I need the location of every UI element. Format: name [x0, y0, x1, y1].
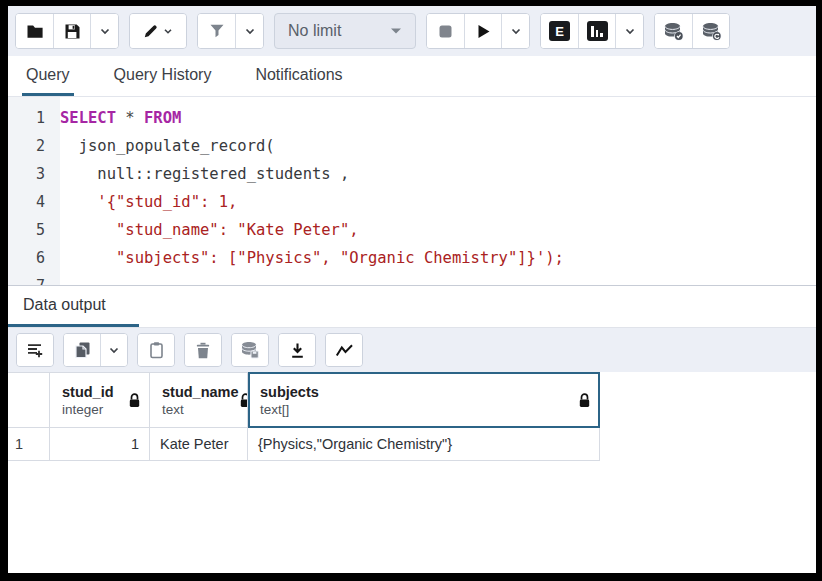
tab-notifications-label: Notifications — [255, 66, 342, 84]
add-row-group — [16, 333, 54, 367]
column-name: stud_id — [62, 384, 114, 400]
code-line-7: 7 — [8, 272, 816, 285]
output-toolbar — [8, 327, 816, 372]
table-row: 1 1 Kate Peter {Physics,"Organic Chemist… — [8, 428, 816, 461]
explain-icon: E — [549, 21, 570, 41]
chevron-down-icon — [98, 24, 112, 38]
edit-dropdown-button[interactable] — [130, 14, 186, 48]
pencil-icon — [142, 23, 159, 40]
copy-dropdown-button[interactable] — [100, 334, 127, 366]
column-name: subjects — [260, 384, 319, 400]
tab-query-history[interactable]: Query History — [110, 56, 216, 96]
column-header-subjects[interactable]: subjects text[] — [248, 372, 600, 428]
save-icon — [64, 23, 81, 40]
header-filler — [600, 372, 816, 428]
execute-dropdown-button[interactable] — [501, 14, 529, 48]
tab-query-label: Query — [26, 66, 70, 84]
lock-icon — [239, 393, 248, 408]
line-number: 5 — [8, 216, 60, 244]
copy-icon — [74, 341, 91, 359]
code-line-6: 6 "subjects": ["Physics", "Organic Chemi… — [8, 244, 816, 272]
download-results-button[interactable] — [279, 334, 315, 366]
empty-area — [8, 461, 816, 573]
paste-group — [137, 333, 175, 367]
explain-analyze-button[interactable] — [578, 14, 615, 48]
save-button[interactable] — [53, 14, 90, 48]
execute-button[interactable] — [464, 14, 501, 48]
folder-icon — [26, 23, 44, 40]
filter-icon — [209, 23, 225, 39]
open-file-button[interactable] — [16, 14, 53, 48]
cell-stud-id[interactable]: 1 — [50, 428, 150, 461]
row-number-cell[interactable]: 1 — [8, 428, 50, 461]
column-header-stud-id[interactable]: stud_id integer — [50, 372, 150, 428]
query-tool-tabs: Query Query History Notifications — [8, 56, 816, 97]
filter-button[interactable] — [198, 14, 235, 48]
graph-visualiser-button[interactable] — [326, 334, 362, 366]
stop-icon — [437, 23, 454, 40]
download-icon — [289, 342, 306, 359]
copy-button[interactable] — [64, 334, 100, 366]
download-group — [278, 333, 316, 367]
column-header-stud-name[interactable]: stud_name text — [150, 372, 248, 428]
line-number: 3 — [8, 160, 60, 188]
copy-group — [63, 333, 128, 367]
add-row-button[interactable] — [17, 334, 53, 366]
column-type: text[] — [260, 402, 319, 417]
save-data-group — [231, 333, 269, 367]
edit-button-group — [129, 13, 187, 49]
chevron-down-icon — [107, 343, 121, 357]
delete-row-button[interactable] — [185, 334, 221, 366]
dropdown-caret-icon — [390, 27, 402, 35]
code-line-5: 5 "stud_name": "Kate Peter", — [8, 216, 816, 244]
save-dropdown-button[interactable] — [90, 14, 118, 48]
main-toolbar: No limit E — [8, 6, 816, 56]
chevron-down-icon — [243, 24, 257, 38]
rollback-icon — [701, 22, 722, 41]
results-header-row: stud_id integer stud_name text — [8, 372, 816, 428]
row-filler — [600, 428, 816, 461]
execute-button-group — [426, 13, 530, 49]
output-panel-tabs: Data output — [8, 285, 816, 327]
paste-button[interactable] — [138, 334, 174, 366]
code-line-3: 3 null::registered_students , — [8, 160, 816, 188]
cell-subjects[interactable]: {Physics,"Organic Chemistry"} — [248, 428, 600, 461]
explain-button[interactable]: E — [541, 14, 578, 48]
explain-dropdown-button[interactable] — [615, 14, 643, 48]
database-save-icon — [240, 341, 260, 359]
row-limit-value: No limit — [288, 22, 341, 40]
file-button-group — [15, 13, 119, 49]
tab-notifications[interactable]: Notifications — [251, 56, 346, 96]
column-type: text — [162, 402, 239, 417]
delete-group — [184, 333, 222, 367]
commit-button[interactable] — [655, 14, 692, 48]
play-icon — [475, 23, 491, 40]
explain-button-group: E — [540, 13, 644, 49]
line-number: 1 — [8, 104, 60, 132]
add-row-icon — [26, 342, 44, 359]
column-type: integer — [62, 402, 114, 417]
row-limit-select[interactable]: No limit — [274, 13, 416, 49]
code-line-1: 1SELECT * FROM — [8, 104, 816, 132]
filter-dropdown-button[interactable] — [235, 14, 263, 48]
save-data-changes-button[interactable] — [232, 334, 268, 366]
sql-editor[interactable]: 1SELECT * FROM 2 json_populate_record( 3… — [8, 97, 816, 285]
line-chart-icon — [335, 343, 354, 358]
chevron-down-icon — [162, 25, 174, 37]
chevron-down-icon — [623, 24, 637, 38]
corner-header-cell[interactable] — [8, 372, 50, 428]
tab-query[interactable]: Query — [22, 56, 74, 96]
code-line-2: 2 json_populate_record( — [8, 132, 816, 160]
filter-button-group — [197, 13, 264, 49]
cell-stud-name[interactable]: Kate Peter — [150, 428, 248, 461]
code-line-4: 4 '{"stud_id": 1, — [8, 188, 816, 216]
results-grid: stud_id integer stud_name text — [8, 372, 816, 461]
line-number: 2 — [8, 132, 60, 160]
tab-data-output[interactable]: Data output — [8, 286, 816, 314]
stop-button[interactable] — [427, 14, 464, 48]
line-number: 7 — [8, 272, 60, 285]
column-name: stud_name — [162, 384, 239, 400]
rollback-button[interactable] — [692, 14, 729, 48]
tab-query-history-label: Query History — [114, 66, 212, 84]
transaction-button-group — [654, 13, 730, 49]
